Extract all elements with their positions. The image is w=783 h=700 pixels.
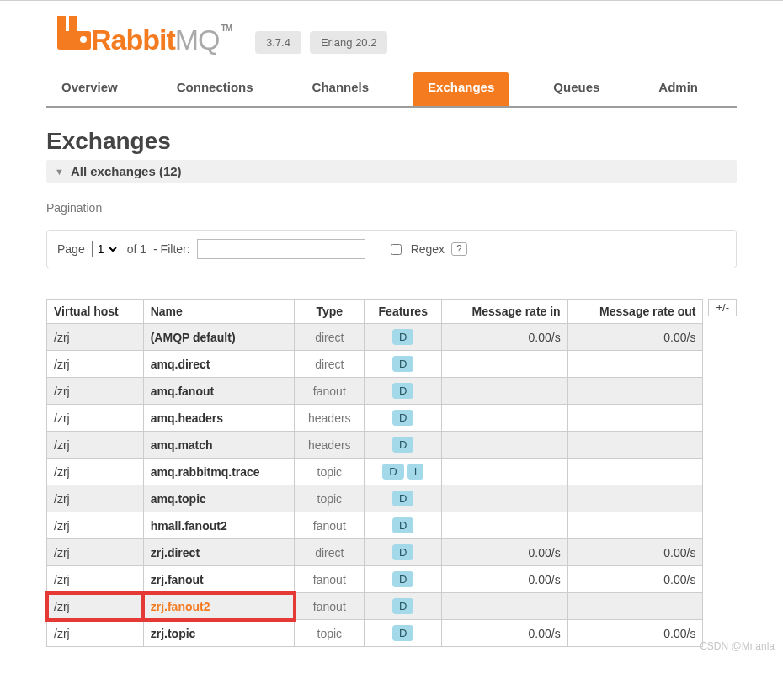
exchanges-table: Virtual host Name Type Features Message … (46, 299, 703, 647)
cell-type: headers (295, 405, 365, 432)
exchange-link[interactable]: amq.rabbitmq.trace (151, 465, 260, 479)
cell-vhost: /zrj (47, 432, 144, 459)
tab-connections[interactable]: Connections (162, 72, 269, 106)
section-all-exchanges[interactable]: ▼ All exchanges (12) (46, 160, 737, 183)
tab-queues[interactable]: Queues (538, 72, 615, 106)
erlang-badge: Erlang 20.2 (310, 31, 388, 54)
cell-features: D (365, 432, 442, 459)
page-label: Page (57, 242, 85, 256)
exchange-link[interactable]: amq.topic (151, 492, 206, 506)
cell-rate-in (442, 593, 567, 620)
table-row: /zrj(AMQP default)directD0.00/s0.00/s (47, 324, 703, 351)
col-rate-out[interactable]: Message rate out (567, 300, 703, 324)
cell-name: amq.topic (143, 485, 295, 512)
cell-type: fanout (295, 593, 365, 620)
col-name[interactable]: Name (143, 300, 295, 324)
cell-vhost: /zrj (47, 620, 144, 647)
exchange-link[interactable]: (AMQP default) (151, 331, 236, 344)
svg-point-3 (80, 36, 87, 43)
exchange-link[interactable]: zrj.topic (151, 627, 196, 640)
col-features[interactable]: Features (365, 300, 442, 324)
exchange-link[interactable]: amq.fanout (151, 384, 214, 398)
cell-name: zrj.topic (143, 620, 295, 647)
cell-rate-out (567, 432, 703, 459)
feature-badge: D (392, 329, 413, 345)
tab-channels[interactable]: Channels (297, 72, 385, 106)
cell-type: fanout (295, 566, 365, 593)
version-badge: 3.7.4 (255, 31, 301, 54)
cell-type: direct (295, 351, 365, 378)
feature-badge: D (392, 437, 413, 453)
cell-rate-out: 0.00/s (567, 620, 703, 647)
feature-badge: D (392, 571, 413, 587)
columns-toggle[interactable]: +/- (708, 299, 737, 316)
versions: 3.7.4 Erlang 20.2 (255, 31, 387, 54)
cell-rate-in (442, 351, 567, 378)
filter-input[interactable] (197, 239, 365, 259)
table-row: /zrjzrj.fanoutfanoutD0.00/s0.00/s (47, 566, 703, 593)
cell-features: D (365, 324, 442, 351)
col-vhost[interactable]: Virtual host (47, 300, 144, 324)
cell-rate-out (567, 405, 703, 432)
page-select[interactable]: 1 (92, 241, 120, 257)
brand-tm: TM (221, 24, 232, 33)
cell-features: D (365, 512, 442, 539)
table-row: /zrjamq.headersheadersD (47, 405, 703, 432)
cell-rate-in: 0.00/s (442, 324, 567, 351)
col-rate-in[interactable]: Message rate in (442, 300, 567, 324)
cell-type: direct (295, 324, 365, 351)
cell-vhost: /zrj (47, 539, 144, 566)
regex-label: Regex (411, 242, 445, 256)
cell-vhost: /zrj (47, 378, 144, 405)
cell-rate-in: 0.00/s (442, 620, 567, 647)
exchange-link[interactable]: amq.headers (151, 411, 223, 425)
cell-name: zrj.fanout2 (143, 593, 295, 620)
table-row: /zrjzrj.fanout2fanoutD (47, 593, 703, 620)
exchange-link[interactable]: zrj.direct (151, 546, 200, 559)
cell-name: (AMQP default) (143, 324, 295, 351)
page: RabbitMQTM 3.7.4 Erlang 20.2 OverviewCon… (0, 0, 783, 655)
exchange-link[interactable]: zrj.fanout (151, 573, 204, 586)
chevron-down-icon: ▼ (55, 167, 64, 177)
regex-help[interactable]: ? (451, 242, 467, 256)
of-label: of 1 (127, 242, 146, 256)
cell-type: topic (295, 620, 365, 647)
exchange-link[interactable]: hmall.fanout2 (151, 519, 227, 533)
cell-vhost: /zrj (47, 405, 144, 432)
tabs: OverviewConnectionsChannelsExchangesQueu… (46, 63, 737, 108)
table-row: /zrjzrj.directdirectD0.00/s0.00/s (47, 539, 703, 566)
cell-type: fanout (295, 378, 365, 405)
cell-rate-out (567, 459, 703, 485)
cell-rate-out (567, 485, 703, 512)
cell-rate-in: 0.00/s (442, 539, 567, 566)
feature-badge: D (392, 410, 413, 426)
cell-rate-out (567, 512, 703, 539)
exchange-link[interactable]: amq.direct (151, 358, 210, 371)
table-row: /zrjamq.rabbitmq.tracetopicDI (47, 459, 703, 485)
regex-checkbox[interactable] (391, 244, 402, 255)
tab-overview[interactable]: Overview (46, 72, 133, 106)
cell-vhost: /zrj (47, 485, 144, 512)
cell-vhost: /zrj (47, 351, 144, 378)
feature-badge: D (382, 464, 403, 480)
logo[interactable]: RabbitMQTM (57, 16, 232, 56)
rabbitmq-logo-icon (57, 16, 91, 50)
header: RabbitMQTM 3.7.4 Erlang 20.2 (0, 1, 783, 63)
tab-exchanges[interactable]: Exchanges (413, 72, 509, 106)
table-row: /zrjamq.fanoutfanoutD (47, 378, 703, 405)
col-type[interactable]: Type (295, 300, 365, 324)
feature-badge: I (407, 464, 424, 480)
exchange-link[interactable]: zrj.fanout2 (151, 600, 210, 613)
cell-name: amq.fanout (143, 378, 295, 405)
cell-name: amq.match (143, 432, 295, 459)
table-row: /zrjamq.matchheadersD (47, 432, 703, 459)
tab-admin[interactable]: Admin (643, 72, 713, 106)
cell-type: topic (295, 459, 365, 485)
cell-vhost: /zrj (47, 459, 144, 485)
cell-features: D (365, 539, 442, 566)
exchange-link[interactable]: amq.match (151, 438, 213, 452)
cell-vhost: /zrj (47, 593, 144, 620)
cell-rate-in (442, 485, 567, 512)
cell-features: D (365, 378, 442, 405)
feature-badge: D (392, 491, 413, 506)
